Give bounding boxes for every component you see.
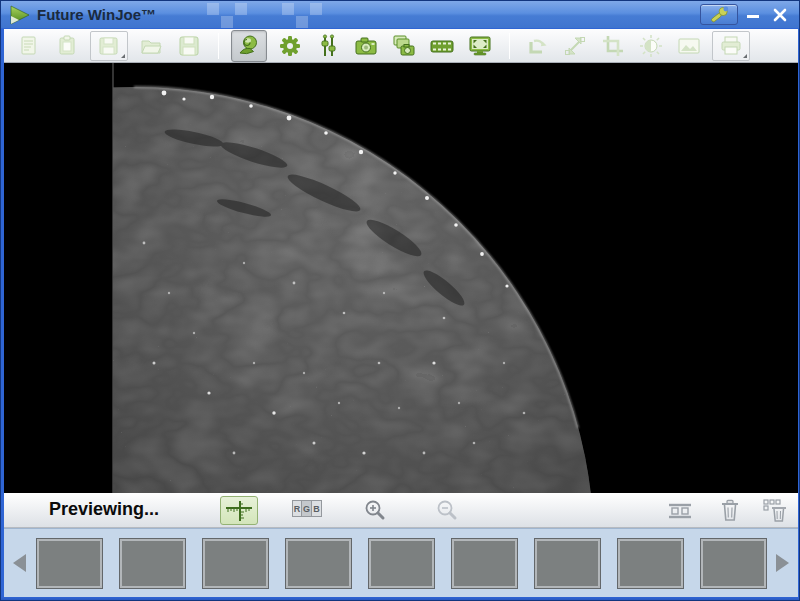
status-label: Previewing... xyxy=(49,499,159,520)
live-preview-area xyxy=(4,63,798,493)
settings-gear-icon xyxy=(277,33,303,59)
thumbnail-placeholder[interactable] xyxy=(285,538,352,589)
brightness-button[interactable] xyxy=(636,31,666,61)
rotate-icon xyxy=(524,33,550,59)
main-toolbar xyxy=(4,29,798,63)
camera-snapshot-icon xyxy=(353,33,379,59)
paste-button[interactable] xyxy=(52,31,82,61)
save-icon xyxy=(176,33,202,59)
zoom-out-icon xyxy=(434,498,460,524)
rgb-histogram-button[interactable]: R G B xyxy=(292,500,322,517)
titlebar-decoration xyxy=(207,3,219,15)
close-button[interactable] xyxy=(765,4,795,25)
wrench-icon xyxy=(708,6,730,23)
thumbnail-placeholder[interactable] xyxy=(700,538,767,589)
ruler-crosshair-icon xyxy=(224,499,254,523)
titlebar-decoration xyxy=(235,3,247,15)
thumbnail-placeholder[interactable] xyxy=(617,538,684,589)
filmstrip-prev-arrow[interactable] xyxy=(13,554,26,572)
filmstrip-bar xyxy=(4,528,798,597)
thumbnail-placeholder[interactable] xyxy=(534,538,601,589)
zoom-in-icon xyxy=(362,498,388,524)
webcam-icon xyxy=(236,33,262,59)
zoom-out-button[interactable] xyxy=(433,497,461,525)
window-bottom-border xyxy=(1,597,799,601)
burst-capture-icon xyxy=(391,33,417,59)
resize-button[interactable] xyxy=(560,31,590,61)
titlebar-decoration xyxy=(296,16,308,28)
title-bar: Future WinJoe™ xyxy=(1,1,799,28)
print-dropdown-button[interactable] xyxy=(712,31,750,61)
delete-all-button[interactable] xyxy=(761,497,788,524)
webcam-preview-button[interactable] xyxy=(231,30,267,62)
titlebar-decoration xyxy=(282,3,294,15)
save-as-icon xyxy=(96,33,122,59)
crop-button[interactable] xyxy=(598,31,628,61)
video-record-button[interactable] xyxy=(427,31,457,61)
delete-button[interactable] xyxy=(718,497,742,524)
zoom-in-button[interactable] xyxy=(361,497,389,525)
resize-icon xyxy=(562,33,588,59)
titlebar-decoration xyxy=(221,16,233,28)
print-icon xyxy=(718,33,744,59)
window-title: Future WinJoe™ xyxy=(37,1,156,28)
snapshot-button[interactable] xyxy=(351,31,381,61)
rgb-letter-r: R xyxy=(292,500,302,517)
clipboard-icon xyxy=(54,33,80,59)
thumbnail-placeholder[interactable] xyxy=(36,538,103,589)
filmstrip-next-arrow[interactable] xyxy=(776,554,789,572)
brightness-contrast-icon xyxy=(638,33,664,59)
open-file-button[interactable] xyxy=(136,31,166,61)
toolbar-separator xyxy=(509,33,510,59)
filmstrip-toggle-button[interactable] xyxy=(666,500,694,522)
rotate-button[interactable] xyxy=(522,31,552,61)
thumbnail-placeholder[interactable] xyxy=(202,538,269,589)
fullscreen-monitor-icon xyxy=(467,33,493,59)
adjustments-button[interactable] xyxy=(313,31,343,61)
app-window: Future WinJoe™ xyxy=(0,0,800,601)
adjustments-sliders-icon xyxy=(315,33,341,59)
rgb-letter-b: B xyxy=(312,500,322,517)
new-document-icon xyxy=(16,33,42,59)
dropdown-caret-icon xyxy=(121,54,125,58)
thumbnail-placeholder[interactable] xyxy=(368,538,435,589)
fullscreen-button[interactable] xyxy=(465,31,495,61)
video-record-icon xyxy=(429,33,455,59)
picture-button[interactable] xyxy=(674,31,704,61)
thumbnail-strip xyxy=(36,538,767,589)
crop-icon xyxy=(600,33,626,59)
toolbar-separator xyxy=(218,33,219,59)
thumbnail-placeholder[interactable] xyxy=(451,538,518,589)
save-as-dropdown-button[interactable] xyxy=(90,31,128,61)
moon-preview-image xyxy=(4,63,798,493)
filmstrip-toggle-icon xyxy=(666,500,694,522)
picture-icon xyxy=(676,33,702,59)
close-icon xyxy=(773,8,787,22)
save-button[interactable] xyxy=(174,31,204,61)
ruler-overlay-button[interactable] xyxy=(220,496,258,525)
titlebar-decoration xyxy=(310,3,322,15)
tools-button[interactable] xyxy=(700,4,738,25)
thumbnail-placeholder[interactable] xyxy=(119,538,186,589)
delete-trash-icon xyxy=(719,498,741,523)
status-bar: Previewing... R G B xyxy=(4,493,798,528)
rgb-letter-g: G xyxy=(302,500,312,517)
settings-button[interactable] xyxy=(275,31,305,61)
minimize-button[interactable] xyxy=(741,4,764,25)
open-folder-icon xyxy=(138,33,164,59)
dropdown-caret-icon xyxy=(743,54,747,58)
minimize-icon xyxy=(747,15,759,18)
delete-all-icon xyxy=(762,498,788,523)
burst-capture-button[interactable] xyxy=(389,31,419,61)
app-logo-icon xyxy=(7,3,33,27)
new-document-button[interactable] xyxy=(14,31,44,61)
